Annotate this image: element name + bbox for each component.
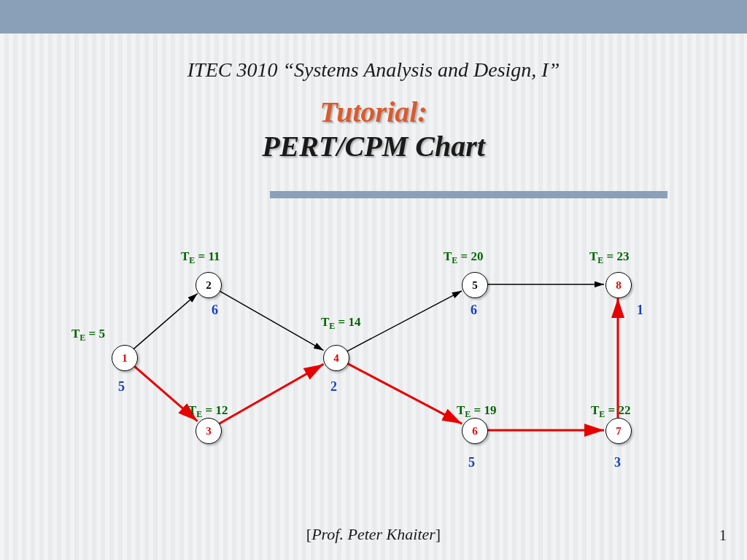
edge-duration: 5 — [468, 455, 475, 470]
edge-4-5 — [347, 291, 462, 351]
node-5: 5 — [462, 272, 488, 298]
edge-duration: 6 — [212, 303, 218, 318]
te-label-7: TE = 22 — [591, 403, 631, 420]
te-label-2: TE = 11 — [181, 249, 220, 266]
title-prefix: Tutorial: — [320, 96, 427, 128]
edge-1-2 — [133, 293, 198, 349]
slide-title: Tutorial: PERT/CPM Chart — [0, 95, 747, 163]
node-6: 6 — [462, 418, 488, 444]
te-label-8: TE = 23 — [589, 249, 630, 266]
edge-3-4 — [219, 364, 324, 424]
node-7: 7 — [605, 418, 632, 444]
edge-duration: 2 — [330, 379, 337, 394]
author-credit: [Prof. Peter Khaiter] — [0, 525, 747, 544]
edge-duration: 5 — [118, 379, 125, 394]
page-number: 1 — [719, 527, 727, 544]
te-label-5: TE = 20 — [444, 249, 484, 266]
te-label-1: TE = 5 — [71, 327, 105, 343]
chart-edges — [0, 219, 747, 525]
node-8: 8 — [605, 272, 632, 298]
te-label-4: TE = 14 — [321, 315, 361, 332]
edge-duration: 1 — [637, 303, 643, 318]
node-4: 4 — [323, 345, 349, 371]
edge-duration: 3 — [614, 455, 621, 470]
node-2: 2 — [196, 272, 222, 298]
course-title: ITEC 3010 “Systems Analysis and Design, … — [0, 58, 747, 82]
top-accent-bar — [0, 0, 747, 34]
edge-4-6 — [347, 363, 462, 424]
node-1: 1 — [112, 345, 138, 371]
edge-2-4 — [219, 290, 324, 350]
title-underline — [270, 191, 667, 198]
node-3: 3 — [196, 418, 222, 444]
title-main: PERT/CPM Chart — [262, 130, 485, 163]
edge-duration: 6 — [471, 303, 477, 318]
te-label-3: TE = 12 — [188, 403, 228, 420]
pert-chart: 65265311TE = 52TE = 113TE = 124TE = 145T… — [0, 219, 747, 525]
te-label-6: TE = 19 — [457, 403, 497, 420]
